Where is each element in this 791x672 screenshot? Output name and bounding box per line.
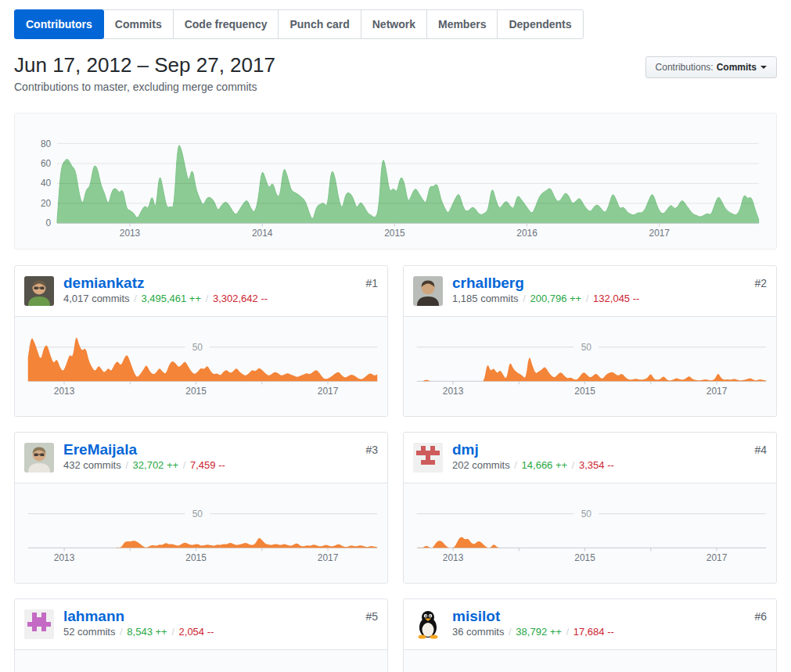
tab-contributors[interactable]: Contributors xyxy=(14,9,104,39)
svg-text:2017: 2017 xyxy=(707,386,728,397)
avatar[interactable] xyxy=(413,609,443,639)
svg-text:2017: 2017 xyxy=(318,386,339,397)
tab-members[interactable]: Members xyxy=(426,9,498,39)
svg-text:2013: 2013 xyxy=(120,228,141,239)
dropdown-caret-icon xyxy=(760,66,767,69)
rank-badge: #4 xyxy=(754,444,767,456)
commit-count: 1,185 commits xyxy=(452,293,519,304)
contributor-card-crhallberg: crhallberg 1,185 commits / 200,796 ++ / … xyxy=(403,265,777,417)
svg-text:50: 50 xyxy=(581,342,592,353)
contributor-sparkline-chart: 50201320152017 xyxy=(404,316,776,417)
contributions-dropdown-value: Commits xyxy=(717,61,757,74)
avatar[interactable] xyxy=(24,609,54,639)
avatar[interactable] xyxy=(413,276,443,306)
tab-dependents[interactable]: Dependents xyxy=(497,9,583,39)
contributor-name-link[interactable]: demiankatz xyxy=(63,275,144,292)
contributor-stats: 202 commits / 14,666 ++ / 3,354 -- xyxy=(452,459,767,471)
svg-text:50: 50 xyxy=(192,342,203,353)
rank-badge: #1 xyxy=(365,277,378,289)
additions: 3,495,461 ++ xyxy=(141,293,201,304)
rank-badge: #5 xyxy=(365,610,378,623)
commit-count: 432 commits xyxy=(63,459,121,471)
svg-text:80: 80 xyxy=(41,138,52,149)
tab-commits[interactable]: Commits xyxy=(103,9,174,39)
tab-punch-card[interactable]: Punch card xyxy=(278,9,361,39)
svg-text:2013: 2013 xyxy=(443,386,464,397)
rank-badge: #2 xyxy=(754,277,767,289)
commit-count: 202 commits xyxy=(452,459,510,471)
deletions: 7,459 -- xyxy=(190,459,225,471)
additions: 14,666 ++ xyxy=(522,459,568,471)
contributor-card-eremaijala: EreMaijala 432 commits / 32,702 ++ / 7,4… xyxy=(14,432,388,584)
insights-tabnav: Contributors Commits Code frequency Punc… xyxy=(14,9,584,39)
contributor-sparkline-chart xyxy=(15,649,387,672)
contributor-stats: 432 commits / 32,702 ++ / 7,459 -- xyxy=(63,459,378,471)
svg-text:2013: 2013 xyxy=(54,386,75,397)
svg-text:2017: 2017 xyxy=(649,228,670,239)
svg-text:60: 60 xyxy=(41,158,52,169)
main-commits-chart: 02040608020132014201520162017 xyxy=(14,113,777,250)
commit-count: 36 commits xyxy=(452,626,504,638)
svg-text:2015: 2015 xyxy=(185,552,207,563)
deletions: 3,354 -- xyxy=(579,459,614,471)
svg-text:2015: 2015 xyxy=(574,552,595,563)
date-range-title: Jun 17, 2012 – Sep 27, 2017 xyxy=(14,53,275,77)
rank-badge: #6 xyxy=(754,610,767,623)
svg-text:2015: 2015 xyxy=(384,228,405,239)
additions: 8,543 ++ xyxy=(127,626,167,638)
avatar[interactable] xyxy=(24,276,54,306)
contributor-card-lahmann: lahmann 52 commits / 8,543 ++ / 2,054 --… xyxy=(14,598,388,672)
deletions: 132,045 -- xyxy=(593,293,639,304)
contributor-name-link[interactable]: EreMaijala xyxy=(63,441,137,458)
svg-text:2014: 2014 xyxy=(252,228,273,239)
contributor-name-link[interactable]: misilot xyxy=(452,608,500,625)
svg-text:2017: 2017 xyxy=(707,552,728,563)
svg-text:2015: 2015 xyxy=(574,386,595,397)
avatar[interactable] xyxy=(24,443,54,473)
svg-text:2013: 2013 xyxy=(443,552,464,563)
rank-badge: #3 xyxy=(365,444,378,456)
avatar[interactable] xyxy=(413,443,443,473)
contributor-name-link[interactable]: dmj xyxy=(452,441,479,458)
additions: 32,702 ++ xyxy=(133,459,179,471)
contributor-name-link[interactable]: lahmann xyxy=(63,608,124,625)
deletions: 3,302,642 -- xyxy=(213,293,268,304)
tab-network[interactable]: Network xyxy=(361,9,427,39)
deletions: 17,684 -- xyxy=(573,626,614,638)
contributions-dropdown-label: Contributions: xyxy=(656,61,714,74)
commit-count: 52 commits xyxy=(63,626,115,638)
contributor-card-dmj: dmj 202 commits / 14,666 ++ / 3,354 -- #… xyxy=(403,432,777,584)
contributor-sparkline-chart: 50201320152017 xyxy=(404,483,776,584)
contributor-stats: 1,185 commits / 200,796 ++ / 132,045 -- xyxy=(452,293,767,304)
subtitle: Contributions to master, excluding merge… xyxy=(14,81,275,93)
svg-text:2013: 2013 xyxy=(54,552,75,563)
deletions: 2,054 -- xyxy=(179,626,214,638)
contributor-card-misilot: misilot 36 commits / 38,792 ++ / 17,684 … xyxy=(403,598,777,672)
svg-text:0: 0 xyxy=(45,217,51,228)
additions: 200,796 ++ xyxy=(530,293,581,304)
contributor-stats: 52 commits / 8,543 ++ / 2,054 -- xyxy=(63,626,378,638)
contributor-sparkline-chart: 50201320152017 xyxy=(15,483,387,584)
contributor-grid: demiankatz 4,017 commits / 3,495,461 ++ … xyxy=(14,265,777,672)
contributions-dropdown-button[interactable]: Contributions: Commits xyxy=(645,56,777,78)
contributor-card-demiankatz: demiankatz 4,017 commits / 3,495,461 ++ … xyxy=(14,265,388,417)
svg-text:20: 20 xyxy=(41,198,52,209)
svg-text:2016: 2016 xyxy=(516,228,538,239)
tab-code-frequency[interactable]: Code frequency xyxy=(173,9,279,39)
contributor-stats: 4,017 commits / 3,495,461 ++ / 3,302,642… xyxy=(63,293,378,304)
contributors-page: Contributors Commits Code frequency Punc… xyxy=(0,0,791,672)
svg-text:50: 50 xyxy=(581,508,592,519)
contributor-sparkline-chart xyxy=(404,649,776,672)
contributor-stats: 36 commits / 38,792 ++ / 17,684 -- xyxy=(452,626,767,638)
svg-text:50: 50 xyxy=(192,508,203,519)
svg-text:2015: 2015 xyxy=(185,386,207,397)
additions: 38,792 ++ xyxy=(516,626,562,638)
commit-count: 4,017 commits xyxy=(63,293,130,304)
svg-text:2017: 2017 xyxy=(318,552,339,563)
svg-text:40: 40 xyxy=(41,178,52,189)
contributor-name-link[interactable]: crhallberg xyxy=(452,275,524,292)
contributor-sparkline-chart: 50201320152017 xyxy=(15,316,387,417)
